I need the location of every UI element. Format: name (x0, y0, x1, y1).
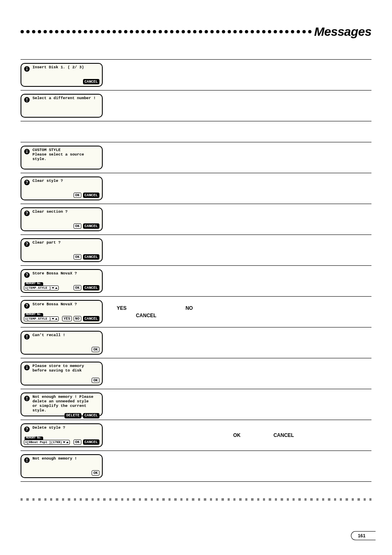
message-row: Store Bossa NovaX ? MEMORY No. 1[TEMP.ST… (21, 297, 371, 327)
lcd-button-row: OK (24, 347, 99, 352)
lcd-panel: Clear section ? OKCANCEL (21, 207, 103, 231)
message-row: Insert Disk 1. ( 2/ 3) CANCEL (21, 60, 371, 91)
lcd-panel: Can't recall ! OK (21, 331, 103, 355)
ok-button[interactable]: OK (92, 378, 99, 383)
memory-tab-label: MEMORY No. (25, 437, 43, 440)
memory-number-tab[interactable]: MEMORY No. 1[TEMP.STYLE ] (24, 282, 59, 290)
page-header: Messages (21, 25, 371, 39)
memory-tab-label: MEMORY No. (25, 282, 43, 286)
question-icon (24, 303, 30, 309)
lcd-column: CUSTOM STYLE Please select a source styl… (21, 142, 112, 173)
memory-tab-body: 1[TEMP.STYLE ] (24, 316, 59, 321)
message-group-2: CUSTOM STYLE Please select a source styl… (21, 142, 371, 482)
ok-button[interactable]: OK (74, 193, 81, 198)
lcd-message-text: Store Bossa NovaX ? (32, 302, 77, 307)
cancel-button[interactable]: CANCEL (83, 193, 99, 198)
message-row: Not enough memory ! Please delete an unn… (21, 389, 371, 420)
description-column (112, 60, 371, 90)
lcd-button-row: OK (24, 470, 99, 476)
row-description: YES NO CANCEL (117, 304, 193, 319)
cancel-button[interactable]: CANCEL (83, 316, 99, 321)
description-column (112, 204, 371, 235)
lcd-column: Clear part ? OKCANCEL (21, 235, 112, 265)
ok-button[interactable]: OK (74, 439, 81, 445)
message-row: Clear style ? OKCANCEL (21, 173, 371, 204)
description-column: OK CANCEL (112, 420, 371, 451)
lcd-panel: Store Bossa NovaX ? MEMORY No. 1[TEMP.ST… (21, 269, 103, 293)
lcd-button-row: OKCANCEL (24, 223, 99, 229)
description-column (112, 173, 371, 204)
memory-tab-body: 1[8Beat Pop1 ](17KB) (24, 440, 70, 445)
yes-button[interactable]: YES (62, 316, 72, 321)
message-row: Select a different number ! (21, 91, 371, 121)
ok-button[interactable]: OK (74, 223, 81, 229)
question-icon (24, 241, 30, 247)
message-row: Can't recall ! OK (21, 327, 371, 358)
lcd-message-text: Clear style ? (32, 179, 63, 183)
question-icon (24, 426, 30, 432)
question-icon (24, 179, 30, 186)
ok-button[interactable]: OK (92, 347, 99, 352)
lcd-button-row: MEMORY No. 1[8Beat Pop1 ](17KB) OKCANCEL (24, 437, 99, 445)
footer-dots (21, 498, 371, 501)
lcd-button-row: OKCANCEL (24, 254, 99, 260)
description-column (112, 235, 371, 265)
lcd-panel: Clear style ? OKCANCEL (21, 176, 103, 200)
lcd-panel: Insert Disk 1. ( 2/ 3) CANCEL (21, 63, 103, 87)
page-title: Messages (314, 25, 371, 39)
cancel-button[interactable]: CANCEL (83, 285, 99, 290)
message-group-1: Insert Disk 1. ( 2/ 3) CANCEL Select a d… (21, 60, 371, 121)
lcd-message-text: Select a different number ! (32, 96, 96, 101)
lcd-panel: Please store to memory before saving to … (21, 362, 103, 385)
question-icon (24, 210, 30, 216)
lcd-button-row: DELETECANCEL (24, 413, 99, 418)
ok-button[interactable]: OK (92, 470, 99, 476)
lcd-message-text: Please store to memory before saving to … (32, 364, 84, 373)
exclaim-icon (24, 97, 30, 103)
message-row: Store Bossa NovaX ? MEMORY No. 1[TEMP.ST… (21, 266, 371, 297)
cancel-button[interactable]: CANCEL (83, 254, 99, 260)
description-column (112, 142, 371, 173)
message-row: Clear part ? OKCANCEL (21, 235, 371, 266)
lcd-column: Select a different number ! (21, 91, 112, 121)
memory-number-tab[interactable]: MEMORY No. 1[8Beat Pop1 ](17KB) (24, 437, 70, 445)
lcd-panel: Store Bossa NovaX ? MEMORY No. 1[TEMP.ST… (21, 300, 103, 324)
cancel-button[interactable]: CANCEL (83, 439, 99, 445)
lcd-message-text: Insert Disk 1. ( 2/ 3) (32, 65, 84, 70)
lcd-panel: Select a different number ! (21, 94, 103, 118)
cancel-button[interactable]: CANCEL (83, 223, 99, 229)
lcd-column: Not enough memory ! OK (21, 451, 112, 481)
memory-tab-body: 1[TEMP.STYLE ] (24, 286, 59, 290)
memory-number-tab[interactable]: MEMORY No. 1[TEMP.STYLE ] (24, 313, 59, 321)
lcd-message-text: CUSTOM STYLE Please select a source styl… (32, 148, 99, 162)
description-column (112, 358, 371, 389)
info-icon (24, 149, 30, 155)
lcd-button-row: OKCANCEL (24, 193, 99, 198)
description-column (112, 389, 371, 420)
lcd-button-row: CANCEL (24, 79, 99, 84)
delete-button[interactable]: DELETE (65, 413, 81, 418)
message-row: Clear section ? OKCANCEL (21, 204, 371, 235)
lcd-column: Insert Disk 1. ( 2/ 3) CANCEL (21, 60, 112, 90)
lcd-button-row: MEMORY No. 1[TEMP.STYLE ] YESNOCANCEL (24, 313, 99, 321)
ok-button[interactable]: OK (74, 285, 81, 290)
cancel-button[interactable]: CANCEL (83, 79, 99, 84)
info-icon (24, 66, 30, 72)
ok-button[interactable]: OK (74, 254, 81, 260)
cancel-button[interactable]: CANCEL (83, 413, 99, 418)
lcd-column: Store Bossa NovaX ? MEMORY No. 1[TEMP.ST… (21, 266, 112, 296)
lcd-panel: Delete style ? MEMORY No. 1[8Beat Pop1 ]… (21, 423, 103, 447)
question-icon (24, 272, 30, 278)
description-column (112, 266, 371, 296)
description-column (112, 91, 371, 121)
lcd-message-text: Store Bossa NovaX ? (32, 272, 77, 276)
message-row: Not enough memory ! OK (21, 451, 371, 482)
lcd-button-row: OK (24, 378, 99, 383)
lcd-column: Delete style ? MEMORY No. 1[8Beat Pop1 ]… (21, 420, 112, 451)
message-row: CUSTOM STYLE Please select a source styl… (21, 142, 371, 173)
message-row: Delete style ? MEMORY No. 1[8Beat Pop1 ]… (21, 420, 371, 451)
lcd-message-text: Not enough memory ! Please delete an unn… (32, 395, 93, 413)
info-icon (24, 365, 30, 371)
no-button[interactable]: NO (74, 316, 81, 321)
lcd-column: Store Bossa NovaX ? MEMORY No. 1[TEMP.ST… (21, 297, 112, 327)
